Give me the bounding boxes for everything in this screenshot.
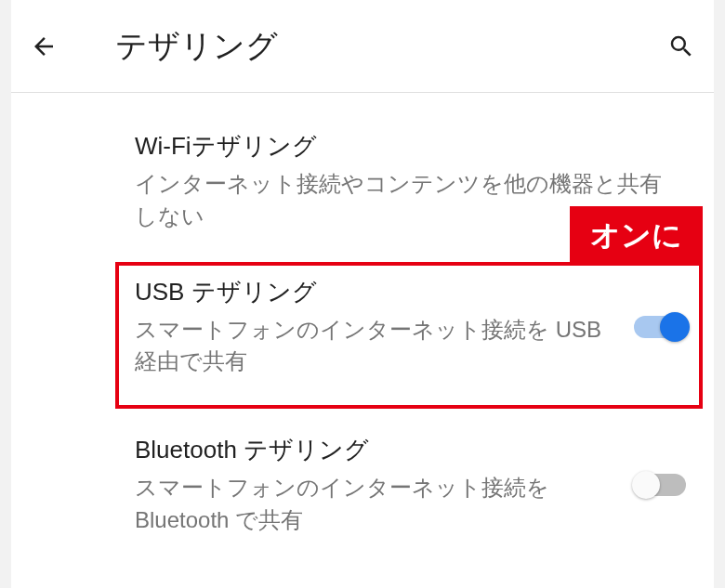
bluetooth-tethering-toggle[interactable]: [634, 474, 686, 496]
setting-item-usb-tethering[interactable]: USB テザリング スマートフォンのインターネット接続を USB 経由で共有: [0, 252, 725, 403]
settings-list: Wi-Fiテザリング インターネット接続やコンテンツを他の機器と共有しない US…: [0, 93, 725, 555]
setting-subtitle: インターネット接続やコンテンツを他の機器と共有しない: [135, 168, 675, 233]
setting-subtitle: スマートフォンのインターネット接続を Bluetooth で共有: [135, 472, 615, 537]
setting-text: Bluetooth テザリング スマートフォンのインターネット接続を Bluet…: [135, 434, 634, 537]
usb-tethering-toggle[interactable]: [634, 316, 686, 338]
setting-text: USB テザリング スマートフォンのインターネット接続を USB 経由で共有: [135, 276, 634, 379]
setting-title: USB テザリング: [135, 276, 615, 308]
setting-item-bluetooth-tethering[interactable]: Bluetooth テザリング スマートフォンのインターネット接続を Bluet…: [0, 402, 725, 555]
search-icon[interactable]: [666, 31, 697, 62]
app-header: テザリング: [0, 0, 725, 93]
setting-item-wifi-tethering[interactable]: Wi-Fiテザリング インターネット接続やコンテンツを他の機器と共有しない: [0, 111, 725, 252]
setting-title: Bluetooth テザリング: [135, 434, 615, 466]
setting-subtitle: スマートフォンのインターネット接続を USB 経由で共有: [135, 314, 615, 379]
page-title: テザリング: [115, 25, 666, 68]
setting-text: Wi-Fiテザリング インターネット接続やコンテンツを他の機器と共有しない: [135, 130, 693, 233]
setting-title: Wi-Fiテザリング: [135, 130, 675, 163]
back-arrow-icon[interactable]: [28, 31, 59, 62]
